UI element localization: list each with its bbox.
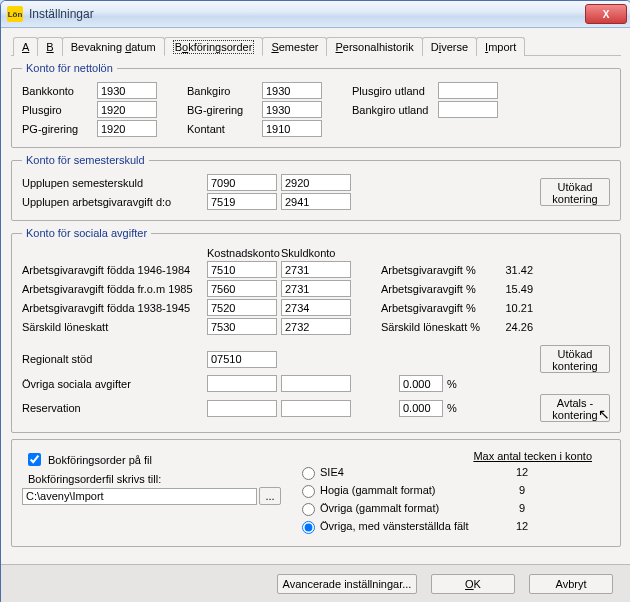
kontant-input[interactable] xyxy=(262,120,322,137)
chk-label: Bokföringsorder på fil xyxy=(48,454,152,466)
res-a-input[interactable] xyxy=(207,400,277,417)
group-semesterskuld: Konto för semesterskuld Upplupen semeste… xyxy=(11,154,621,221)
kostnadskonto-header: Kostnadskonto xyxy=(207,247,281,259)
skuldkonto-header: Skuldkonto xyxy=(281,247,355,259)
p4-label: Särskild löneskatt % xyxy=(381,321,493,333)
utokad-kontering-button-1[interactable]: Utökad kontering xyxy=(540,178,610,206)
bankgiro-label: Bankgiro xyxy=(187,85,262,97)
titlebar: Lön Inställningar X xyxy=(1,1,630,28)
upplsem-b-input[interactable] xyxy=(281,174,351,191)
avtals-kontering-button[interactable]: Avtals - kontering xyxy=(540,394,610,422)
r1-a-input[interactable] xyxy=(207,261,277,278)
app-icon: Lön xyxy=(7,6,23,22)
tab-bevakning-datum[interactable]: Bevakning datum xyxy=(62,37,165,56)
res-b-input[interactable] xyxy=(281,400,351,417)
tab-bokforingsorder[interactable]: Bokföringsorder xyxy=(164,37,264,56)
tab-import[interactable]: Import xyxy=(476,37,525,56)
bankgiro-utl-input[interactable] xyxy=(438,101,498,118)
radio-sie4[interactable] xyxy=(302,467,315,480)
res-label: Reservation xyxy=(22,402,207,414)
browse-button[interactable]: ... xyxy=(259,487,281,505)
r1-label: Arbetsgivaravgift födda 1946-1984 xyxy=(22,264,207,276)
o2-value: 9 xyxy=(510,484,534,496)
plusgiro-label: Plusgiro xyxy=(22,104,97,116)
o3-label: Övriga (gammalt format) xyxy=(320,502,510,514)
res-pct-input[interactable] xyxy=(399,400,443,417)
plusgiro-utl-input[interactable] xyxy=(438,82,498,99)
o4-label: Övriga, med vänsterställda fält xyxy=(320,520,510,532)
tab-bank[interactable]: B xyxy=(37,37,62,56)
p2-label: Arbetsgivaravgift % xyxy=(381,283,493,295)
cancel-button[interactable]: Avbryt xyxy=(529,574,613,594)
o2-label: Hogia (gammalt format) xyxy=(320,484,510,496)
pggir-input[interactable] xyxy=(97,120,157,137)
ok-button[interactable]: OK xyxy=(431,574,515,594)
kontant-label: Kontant xyxy=(187,123,262,135)
group-nettolon: Konto för nettolön Bankkonto Bankgiro Pl… xyxy=(11,62,621,148)
upplarb-label: Upplupen arbetsgivaravgift d:o xyxy=(22,196,207,208)
r3-a-input[interactable] xyxy=(207,299,277,316)
upplarb-b-input[interactable] xyxy=(281,193,351,210)
max-tecken-link[interactable]: Max antal tecken i konto xyxy=(473,450,592,462)
r4-a-input[interactable] xyxy=(207,318,277,335)
o1-label: SIE4 xyxy=(320,466,510,478)
group-nettolon-legend: Konto för nettolön xyxy=(22,62,117,74)
bggir-input[interactable] xyxy=(262,101,322,118)
group-file-output: Bokföringsorder på fil Bokföringsorderfi… xyxy=(11,439,621,547)
ovr-a-input[interactable] xyxy=(207,375,277,392)
group-sociala-avgifter: Konto för sociala avgifter Kostnadskonto… xyxy=(11,227,621,433)
o4-value: 12 xyxy=(510,520,534,532)
bankgiro-utl-label: Bankgiro utland xyxy=(352,104,438,116)
dialog-content: A B Bevakning datum Bokföringsorder Seme… xyxy=(1,28,630,564)
group-sociala-legend: Konto för sociala avgifter xyxy=(22,227,151,239)
window-title: Inställningar xyxy=(29,7,585,21)
reg-input[interactable] xyxy=(207,351,277,368)
tab-allmant[interactable]: A xyxy=(13,37,38,56)
o1-value: 12 xyxy=(510,466,534,478)
upplsem-a-input[interactable] xyxy=(207,174,277,191)
radio-hogia[interactable] xyxy=(302,485,315,498)
utokad-kontering-button-2[interactable]: Utökad kontering xyxy=(540,345,610,373)
pggir-label: PG-girering xyxy=(22,123,97,135)
plusgiro-utl-label: Plusgiro utland xyxy=(352,85,438,97)
r4-b-input[interactable] xyxy=(281,318,351,335)
o3-value: 9 xyxy=(510,502,534,514)
close-button[interactable]: X xyxy=(585,4,627,24)
tab-diverse[interactable]: Diverse xyxy=(422,37,477,56)
p1-label: Arbetsgivaravgift % xyxy=(381,264,493,276)
radio-ovriga-gammalt[interactable] xyxy=(302,503,315,516)
r1-b-input[interactable] xyxy=(281,261,351,278)
p3-label: Arbetsgivaravgift % xyxy=(381,302,493,314)
r2-label: Arbetsgivaravgift födda fr.o.m 1985 xyxy=(22,283,207,295)
plusgiro-input[interactable] xyxy=(97,101,157,118)
p1-value: 31.42 xyxy=(493,264,533,276)
group-semesterskuld-legend: Konto för semesterskuld xyxy=(22,154,149,166)
r3-b-input[interactable] xyxy=(281,299,351,316)
r4-label: Särskild löneskatt xyxy=(22,321,207,333)
bankgiro-input[interactable] xyxy=(262,82,322,99)
tab-personalhistorik[interactable]: Personalhistorik xyxy=(326,37,422,56)
p3-value: 10.21 xyxy=(493,302,533,314)
settings-window: Lön Inställningar X A B Bevakning datum … xyxy=(0,0,630,602)
r2-b-input[interactable] xyxy=(281,280,351,297)
radio-ovriga-vanster[interactable] xyxy=(302,521,315,534)
bokforingsorder-pa-fil-checkbox[interactable] xyxy=(28,453,41,466)
bottom-bar: Avancerade inställningar... OK Avbryt xyxy=(1,564,630,602)
r2-a-input[interactable] xyxy=(207,280,277,297)
bggir-label: BG-girering xyxy=(187,104,262,116)
pct-sign-1: % xyxy=(443,378,461,390)
ovr-b-input[interactable] xyxy=(281,375,351,392)
p4-value: 24.26 xyxy=(493,321,533,333)
bankkonto-input[interactable] xyxy=(97,82,157,99)
ovr-pct-input[interactable] xyxy=(399,375,443,392)
r3-label: Arbetsgivaravgift födda 1938-1945 xyxy=(22,302,207,314)
tab-semester[interactable]: Semester xyxy=(262,37,327,56)
filepath-label: Bokföringsorderfil skrivs till: xyxy=(28,473,297,485)
pct-sign-2: % xyxy=(443,402,461,414)
tabstrip: A B Bevakning datum Bokföringsorder Seme… xyxy=(11,36,621,56)
advanced-settings-button[interactable]: Avancerade inställningar... xyxy=(277,574,417,594)
filepath-input[interactable] xyxy=(22,488,257,505)
upplsem-label: Upplupen semesterskuld xyxy=(22,177,207,189)
upplarb-a-input[interactable] xyxy=(207,193,277,210)
ovr-label: Övriga sociala avgifter xyxy=(22,378,207,390)
